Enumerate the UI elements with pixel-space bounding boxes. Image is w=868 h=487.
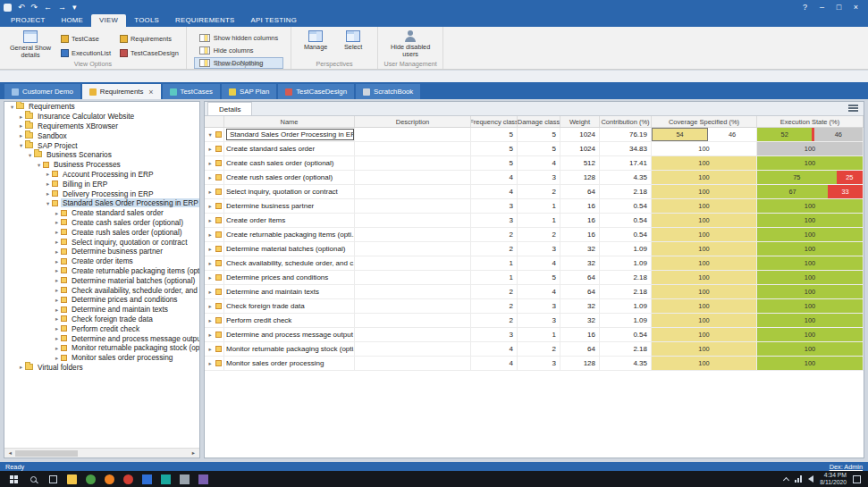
table-row[interactable]: ▸Determine and process message output311… [205, 328, 864, 342]
expand-icon[interactable]: ▸ [53, 306, 61, 313]
column-header-contribution[interactable]: Contribution (%) [600, 116, 652, 127]
redo-icon[interactable]: ↷ [31, 0, 38, 14]
expand-icon[interactable]: ▸ [206, 246, 214, 252]
doc-tab-testcasedesign[interactable]: TestCaseDesign [278, 84, 354, 99]
name-cell[interactable]: Determine prices and conditions [224, 271, 355, 284]
tab-details[interactable]: Details [207, 102, 252, 115]
tree-item-create-standard-sales-order[interactable]: ▸Create standard sales order [4, 208, 199, 218]
expand-icon[interactable]: ▸ [206, 231, 214, 238]
expand-icon[interactable]: ▸ [53, 229, 61, 235]
network-icon[interactable] [795, 475, 802, 483]
table-row[interactable]: ▸Perform credit check23321.09100100 [205, 314, 864, 328]
tree-item-check-availability-schedule-order-and-create-i[interactable]: ▸Check availability, schedule order, and… [4, 285, 199, 295]
collapse-icon[interactable]: ▾ [26, 152, 34, 158]
column-header-description[interactable]: Description [355, 116, 471, 127]
doc-tab-scratchbook[interactable]: ScratchBook [356, 84, 420, 99]
start-button[interactable] [4, 471, 23, 487]
name-cell[interactable]: Check foreign trade data [224, 299, 355, 313]
scroll-left-icon[interactable]: ◂ [6, 449, 14, 457]
name-cell[interactable]: Determine and process message output [224, 328, 355, 341]
ribbon-tab-view[interactable]: VIEW [91, 14, 126, 27]
hide-columns-button[interactable]: Hide columns [194, 45, 283, 56]
expand-icon[interactable]: ▸ [44, 171, 52, 177]
name-cell[interactable]: Select inquiry, quotation or contract [224, 185, 355, 198]
scrollbar-thumb[interactable] [15, 450, 78, 457]
tree-item-virtual-folders[interactable]: ▸Virtual folders [4, 363, 199, 373]
show-hidden-columns-button[interactable]: Show hidden columns [194, 32, 283, 44]
table-row[interactable]: ▸Select inquiry, quotation or contract42… [205, 185, 864, 199]
expand-icon[interactable]: ▸ [206, 260, 214, 266]
table-row[interactable]: ▸Determine and maintain texts24642.18100… [205, 285, 864, 299]
app-teal-icon[interactable] [161, 474, 171, 484]
file-explorer-icon[interactable] [67, 474, 77, 484]
column-header-weight[interactable]: Weight [560, 116, 600, 127]
collapse-icon[interactable]: ▾ [35, 162, 43, 168]
tree-item-create-order-items[interactable]: ▸Create order items [4, 256, 199, 266]
collapse-icon[interactable]: ▾ [8, 104, 16, 110]
app-purple-icon[interactable] [198, 474, 208, 484]
doc-tab-customer-demo[interactable]: Customer Demo [4, 84, 80, 99]
expand-icon[interactable]: ▸ [206, 217, 214, 223]
table-row[interactable]: ▸Create cash sales order (optional)54512… [205, 156, 864, 171]
expand-icon[interactable]: ▸ [53, 335, 61, 341]
doc-tab-requirements[interactable]: Requirements× [82, 84, 161, 99]
tree-item-monitor-returnable-packaging-stock-optional[interactable]: ▸Monitor returnable packaging stock (opt… [4, 343, 199, 353]
table-row[interactable]: ▸Create standard sales order55102434.831… [205, 142, 864, 156]
table-row[interactable]: ▸Create returnable packaging items (opti… [205, 228, 864, 242]
tree-item-business-scenarios[interactable]: ▾Business Scenarios [4, 150, 199, 160]
table-row[interactable]: ▸Check availability, schedule order, and… [205, 256, 864, 271]
name-cell[interactable]: Perform credit check [224, 314, 355, 327]
expand-icon[interactable]: ▸ [53, 297, 61, 303]
expand-icon[interactable]: ▸ [53, 219, 61, 225]
expand-icon[interactable]: ▸ [53, 248, 61, 255]
browser-firefox-icon[interactable] [105, 474, 114, 484]
tree-item-requirements[interactable]: ▾Requirements [4, 102, 199, 112]
name-cell[interactable]: Check availability, schedule order, and … [224, 256, 355, 270]
hide-disabled-users-button[interactable]: Hide disabled users [385, 29, 435, 58]
tree-item-determine-material-batches-optional[interactable]: ▸Determine material batches (optional) [4, 275, 199, 285]
minimize-button[interactable]: – [813, 0, 830, 14]
expand-icon[interactable]: ▸ [206, 203, 214, 209]
scroll-right-icon[interactable]: ▸ [190, 449, 198, 457]
tree-item-perform-credit-check[interactable]: ▸Perform credit check [4, 323, 199, 333]
expand-icon[interactable]: ▸ [53, 325, 61, 332]
expand-icon[interactable]: ▸ [206, 146, 214, 152]
task-view-button[interactable] [43, 471, 63, 487]
table-row[interactable]: ▸Determine prices and conditions15642.18… [205, 271, 864, 285]
close-button[interactable]: × [847, 0, 864, 14]
tree-item-select-inquiry-quotation-or-contract[interactable]: ▸Select inquiry, quotation or contract [4, 237, 199, 247]
expand-icon[interactable]: ▸ [206, 346, 214, 352]
app-red-icon[interactable] [123, 474, 133, 484]
doc-tab-testcases[interactable]: TestCases [163, 84, 220, 99]
tree-item-standard-sales-order-processing-in-erp[interactable]: ▾Standard Sales Order Processing in ERP [4, 198, 199, 208]
ribbon-tab-tools[interactable]: TOOLS [126, 14, 167, 27]
expand-icon[interactable]: ▸ [17, 113, 25, 120]
table-row[interactable]: ▸Monitor returnable packaging stock (opt… [205, 342, 864, 357]
tree-item-monitor-sales-order-processing[interactable]: ▸Monitor sales order processing [4, 353, 199, 363]
tree-item-billing-in-erp[interactable]: ▸Billing in ERP [4, 179, 199, 189]
tree-item-sap-project[interactable]: ▾SAP Project [4, 140, 199, 150]
column-header-execution-state[interactable]: Execution State (%) [757, 116, 864, 127]
expand-icon[interactable]: ▸ [53, 315, 61, 322]
app-blue-icon[interactable] [142, 474, 152, 484]
tree-item-determine-and-process-message-output[interactable]: ▸Determine and process message output [4, 333, 199, 343]
toggle-testcasedesign[interactable]: TestCaseDesign [120, 47, 179, 60]
tree-item-create-returnable-packaging-items-optional[interactable]: ▸Create returnable packaging items (opti… [4, 266, 199, 276]
expand-icon[interactable]: ▸ [206, 189, 214, 195]
expand-icon[interactable]: ▸ [206, 360, 214, 366]
name-cell[interactable]: Create rush sales order (optional) [224, 171, 355, 184]
undo-icon[interactable]: ↶ [18, 0, 25, 14]
table-row[interactable]: ▸Determine business partner31160.5410010… [205, 199, 864, 214]
name-cell[interactable]: Create cash sales order (optional) [224, 156, 355, 170]
name-cell[interactable]: Create returnable packaging items (opti.… [224, 228, 355, 241]
collapse-icon[interactable]: ▾ [44, 200, 52, 206]
maximize-button[interactable]: □ [830, 0, 847, 14]
column-header-frequency-class[interactable]: Frequency class [471, 116, 518, 127]
tree-item-create-cash-sales-order-optional[interactable]: ▸Create cash sales order (optional) [4, 218, 199, 228]
tray-chevron-icon[interactable] [783, 476, 789, 483]
name-cell[interactable]: Determine and maintain texts [224, 285, 355, 298]
table-row[interactable]: ▸Check foreign trade data23321.09100100 [205, 299, 864, 314]
column-chooser-icon[interactable] [848, 105, 858, 112]
name-cell[interactable]: Determine material batches (optional) [224, 242, 355, 256]
expand-icon[interactable]: ▸ [44, 181, 52, 187]
